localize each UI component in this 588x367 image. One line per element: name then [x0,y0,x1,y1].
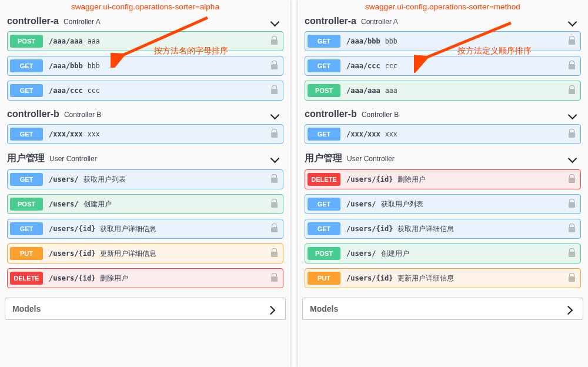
lock-icon[interactable] [569,37,576,45]
operation-summary: 删除用户 [397,175,426,184]
lock-icon[interactable] [569,274,576,282]
lock-icon[interactable] [569,249,576,258]
tag-section-user: 用户管理 User Controller DELETE /users/{id} … [302,149,583,288]
lock-icon[interactable] [271,249,278,258]
operation-row[interactable]: DELETE /users/{id} 删除用户 [305,169,581,189]
lock-icon[interactable] [569,86,576,95]
tag-name: controller-a [7,16,59,26]
operation-row[interactable]: DELETE /users/{id} 删除用户 [7,268,283,288]
operation-row[interactable]: GET /users/ 获取用户列表 [305,194,581,214]
chevron-down-icon [568,111,577,121]
lock-icon[interactable] [569,175,576,184]
method-badge: GET [10,128,43,141]
operation-path: /aaa/ccc [49,86,83,95]
tag-section-controller-b: controller-b Controller B GET /xxx/xxx x… [5,105,286,144]
method-badge: GET [308,128,340,141]
operation-path: /aaa/bbb [49,62,83,70]
models-toggle[interactable]: Models [5,298,285,319]
operation-summary: 创建用户 [83,200,112,209]
operation-path: /aaa/ccc [346,62,380,70]
method-badge: POST [308,247,340,260]
operation-summary: xxx [385,130,397,138]
models-title: Models [12,304,41,313]
operation-row[interactable]: GET /aaa/ccc ccc [7,81,283,101]
operation-row[interactable]: PUT /users/{id} 更新用户详细信息 [7,243,283,263]
chevron-down-icon [568,155,577,164]
method-badge: DELETE [10,272,43,285]
operation-summary: 获取用户列表 [83,175,126,184]
operation-summary: 获取用户列表 [381,200,423,209]
operation-path: /aaa/aaa [346,86,380,95]
lock-icon[interactable] [271,200,278,208]
operation-path: /users/{id} [346,225,393,233]
operation-row[interactable]: POST /users/ 创建用户 [7,194,283,214]
lock-icon[interactable] [271,86,278,95]
operation-row[interactable]: PUT /users/{id} 更新用户详细信息 [305,268,581,288]
method-badge: GET [308,59,340,72]
lock-icon[interactable] [569,130,576,138]
lock-icon[interactable] [271,62,278,70]
operation-summary: ccc [88,86,100,95]
tag-header[interactable]: 用户管理 User Controller [5,149,286,169]
tag-desc: User Controller [49,155,97,163]
operation-summary: 创建用户 [381,249,409,258]
operation-path: /users/{id} [49,274,95,282]
operation-row[interactable]: GET /users/ 获取用户列表 [7,169,283,189]
operation-path: /aaa/aaa [49,37,83,45]
models-toggle[interactable]: Models [303,298,583,319]
operation-path: /users/{id} [49,225,95,233]
annotation-right: 按方法定义顺序排序 [457,46,532,56]
lock-icon[interactable] [271,130,278,138]
method-badge: POST [308,84,340,97]
lock-icon[interactable] [569,62,576,70]
lock-icon[interactable] [569,225,576,233]
operation-row[interactable]: POST /aaa/aaa aaa [305,81,581,101]
panel-right: swagger.ui-config.operations-sorter=meth… [298,0,588,367]
lock-icon[interactable] [271,225,278,233]
panel-left: swagger.ui-config.operations-sorter=alph… [0,0,290,367]
lock-icon[interactable] [569,200,576,208]
operation-row[interactable]: GET /users/{id} 获取用户详细信息 [305,219,581,239]
method-badge: DELETE [308,173,340,186]
method-badge: POST [10,35,43,48]
tag-desc: Controller A [64,18,101,26]
operation-path: /users/{id} [49,249,95,258]
tag-name: 用户管理 [305,152,342,165]
operation-path: /aaa/bbb [346,37,380,45]
operation-path: /xxx/xxx [49,130,83,138]
operation-path: /users/ [346,249,376,258]
annotation-left: 按方法名的字母排序 [154,46,228,56]
operation-summary: 删除用户 [100,274,128,283]
tag-header[interactable]: controller-b Controller B [5,105,286,124]
operation-path: /users/{id} [346,274,393,282]
tag-desc: Controller B [64,111,101,119]
models-section: Models [302,298,583,320]
arrow-left-icon [111,9,211,68]
tag-desc: User Controller [347,155,395,163]
tag-section-user: 用户管理 User Controller GET /users/ 获取用户列表 … [5,149,286,288]
operation-summary: aaa [88,37,100,45]
method-badge: GET [10,84,43,97]
method-badge: GET [308,222,340,235]
lock-icon[interactable] [271,175,278,184]
arrow-right-icon [414,14,514,73]
operation-path: /users/{id} [346,175,393,184]
tag-header[interactable]: controller-b Controller B [302,105,583,124]
tag-section-controller-b: controller-b Controller B GET /xxx/xxx x… [302,105,583,144]
caption-right: swagger.ui-config.operations-sorter=meth… [302,0,583,12]
operation-row[interactable]: GET /xxx/xxx xxx [305,124,581,144]
chevron-right-icon [565,305,574,315]
operation-path: /users/ [49,175,79,184]
lock-icon[interactable] [271,274,278,282]
lock-icon[interactable] [271,37,278,45]
operation-summary: xxx [88,130,100,138]
operation-row[interactable]: GET /xxx/xxx xxx [7,124,283,144]
operation-summary: 获取用户详细信息 [397,225,454,233]
chevron-down-icon [270,155,280,164]
operation-path: /users/ [346,200,376,208]
chevron-down-icon [270,111,280,121]
chevron-down-icon [568,18,577,28]
tag-header[interactable]: 用户管理 User Controller [302,149,583,169]
operation-row[interactable]: GET /users/{id} 获取用户详细信息 [7,219,283,239]
operation-row[interactable]: POST /users/ 创建用户 [305,243,581,263]
